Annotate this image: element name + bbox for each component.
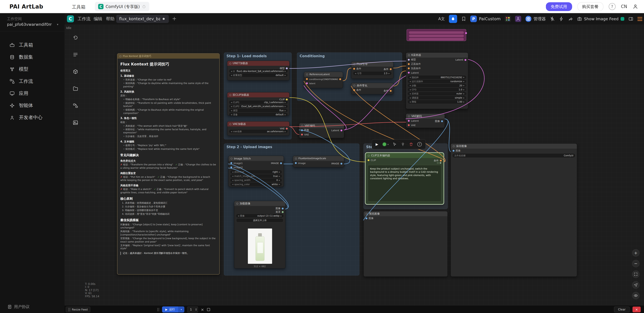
node-load-image[interactable]: 加载图像 图像遮罩 ◀图像output (2) (1).webp▶ 选择文件上传… <box>234 201 286 269</box>
sidebar-item-agent[interactable]: 智能体 <box>0 99 64 112</box>
node-preview-image[interactable]: 预览图像 图像 <box>364 211 448 277</box>
workspace-selector[interactable]: pai_pfo63vwarwndif0mbz ▾ <box>7 22 58 27</box>
output-port[interactable]: 图像 <box>435 120 443 123</box>
assistant-button[interactable] <box>449 15 457 23</box>
node-canvas[interactable]: Idle T: 0.00s I: 0 N: 17 [17] V: 61 FPS:… <box>64 25 644 306</box>
history-icon[interactable] <box>72 35 78 40</box>
widget-row[interactable]: ◀类型flux▶ <box>229 109 288 112</box>
collapse-dot[interactable] <box>301 125 303 127</box>
output-port[interactable] <box>465 32 467 34</box>
run-selected-icon[interactable]: ▶ <box>376 142 378 146</box>
sidebar-item-dataset[interactable]: 数据集 <box>0 51 64 63</box>
run-button[interactable]: ▶运行 ▾ <box>162 307 184 313</box>
group-title[interactable]: Step 1- Load models <box>224 53 292 59</box>
output-port[interactable]: 遮罩 <box>276 210 284 214</box>
toggle-visibility-button[interactable] <box>632 292 640 299</box>
widget-row[interactable]: ◀spacing_width0▶ <box>230 179 282 182</box>
node-ksampler[interactable]: K采样器 Latent 模型正面条件负面条件Latent ◀随机种8807512… <box>406 52 468 109</box>
collapse-dot[interactable] <box>230 94 231 96</box>
resize-feed-button[interactable]: Resize Feed <box>66 307 90 312</box>
node-header[interactable]: 条件零化 <box>351 83 393 88</box>
widget-row[interactable] <box>409 38 464 40</box>
widget-row[interactable]: 文件名前缀ComfyUI <box>453 154 575 157</box>
input-port[interactable]: latent <box>304 81 343 86</box>
collapse-dot[interactable] <box>120 55 122 57</box>
collapse-dot[interactable] <box>236 202 238 204</box>
workflow-tab[interactable]: flux_kontext_dev_bas... <box>116 15 169 23</box>
node-flux-kontext-image-scale[interactable]: FluxKontextImageScale IMAGE image <box>293 156 344 167</box>
trash-icon[interactable] <box>409 142 413 146</box>
hamburger-menu-icon[interactable] <box>638 17 642 21</box>
input-port[interactable]: Latent <box>406 70 468 75</box>
gallery-icon[interactable] <box>72 120 78 125</box>
empty-latent-node-cropped[interactable] <box>406 29 466 41</box>
widget-row[interactable]: ◀调度器simple▶ <box>408 96 466 99</box>
sidebar-item-toolbox[interactable]: 工具箱 <box>0 39 64 51</box>
collapse-dot[interactable] <box>368 155 370 156</box>
widget-row[interactable]: ◀spacing_colorwhite▶ <box>230 183 282 186</box>
clear-feed-button[interactable]: Clear <box>614 307 630 312</box>
widget-row[interactable]: ◀降噪1.00▶ <box>408 100 466 104</box>
collapse-dot[interactable] <box>295 157 297 159</box>
widget-row[interactable]: ◀运行后操作randomize▶ <box>408 80 466 83</box>
widget-row[interactable]: ◀采样器euler▶ <box>408 92 466 95</box>
collapse-dot[interactable] <box>230 157 232 159</box>
widget-row[interactable]: ◀设备default▶ <box>229 113 288 116</box>
comfyui-app-icon[interactable]: C <box>67 15 74 22</box>
collapse-dot[interactable] <box>408 115 410 117</box>
widget-row[interactable]: ◀引导2.5▶ <box>353 72 392 75</box>
close-feed-button[interactable]: × <box>632 307 641 312</box>
free-trial-button[interactable]: 免费试用 <box>546 2 572 11</box>
lightning-off-icon[interactable] <box>550 16 555 21</box>
node-vae-decode[interactable]: VAE解码 图像 LatentVAE <box>406 114 445 128</box>
help-icon[interactable]: ? <box>608 3 616 10</box>
user-icon[interactable] <box>632 4 638 9</box>
output-port[interactable]: Latent <box>332 129 342 132</box>
output-port[interactable]: 条件 <box>384 89 392 93</box>
node-header[interactable]: 双CLIP加载器 <box>228 92 290 97</box>
node-header[interactable]: CLIP文本编码器 <box>366 153 444 158</box>
node-header[interactable]: VAE编码 <box>299 123 344 128</box>
lightning-icon[interactable] <box>559 16 564 21</box>
collapse-dot[interactable] <box>353 85 355 86</box>
node-header[interactable]: 保存图像 <box>451 144 577 149</box>
help-icon[interactable]: ? <box>417 142 422 147</box>
stepper-arrows[interactable]: ▲▼ <box>194 308 198 311</box>
node-reference-latent[interactable]: ReferenceLatent CONDITIONING conditionin… <box>304 72 343 88</box>
user-agreement-link[interactable]: 用户协议 <box>8 304 30 310</box>
node-header[interactable]: Flux Kontext 提示词技巧 <box>118 54 219 59</box>
palette-extension-icon[interactable] <box>505 16 511 22</box>
queue-mode-button[interactable]: ▾ <box>382 142 388 146</box>
new-workflow-tab-button[interactable]: + <box>172 15 176 22</box>
queue-list-icon[interactable] <box>72 52 78 57</box>
output-port[interactable]: 条件 <box>434 159 442 162</box>
output-port[interactable]: CLIP <box>279 98 288 101</box>
output-port[interactable]: IMAGE <box>271 162 282 164</box>
node-header[interactable]: 加载图像 <box>234 201 285 206</box>
node-header[interactable]: FluxKontextImageScale <box>293 156 344 161</box>
stop-icon[interactable] <box>207 308 210 311</box>
output-port[interactable]: IMAGE <box>331 162 342 165</box>
batch-count-stepper[interactable]: 1 ▲▼ <box>187 307 198 313</box>
purchase-plan-button[interactable]: 购买套餐 <box>578 2 603 11</box>
input-port[interactable]: 图像 <box>364 216 448 221</box>
node-header[interactable]: UNET加载器 <box>228 61 290 66</box>
group-title[interactable]: Step 2 - Upload images <box>224 144 359 150</box>
node-header[interactable]: Image Stitch <box>228 156 284 161</box>
upload-file-button[interactable]: 选择文件上传 <box>236 218 284 222</box>
node-vae-encode[interactable]: VAE编码 Latent 图像VAE <box>299 123 344 138</box>
comfyui-session-tab[interactable]: C ComfyUI (专享版) <box>95 2 149 11</box>
node-clip-text-encode[interactable]: CLIP文本编码器 条件 CLIP Keep the product subje… <box>366 153 444 204</box>
node-flux-guidance[interactable]: Flux引导 条件 条件 ◀引导2.5▶ <box>351 61 394 79</box>
input-port[interactable]: 图像 <box>451 149 577 153</box>
collapse-dot[interactable] <box>230 62 231 64</box>
image-preview[interactable] <box>248 228 272 264</box>
sidebar-item-model[interactable]: 模型 <box>0 63 64 75</box>
widget-row[interactable]: ◀图像output (2) (1).webp▶ <box>236 214 284 218</box>
widget-row[interactable]: ◀Uflux1-dev-kontext_fp8_scaled.safetenso… <box>229 69 288 73</box>
sidebar-item-workflow[interactable]: 工作流 <box>0 75 64 87</box>
widget-row[interactable]: ◀CFG1.0▶ <box>408 88 466 91</box>
node-conditioning-zero-out[interactable]: 条件零化 条件 条件 <box>351 83 394 94</box>
show-image-feed-toggle[interactable]: Show Image Feed <box>577 16 624 21</box>
panel-toggle-icon[interactable] <box>628 16 633 21</box>
